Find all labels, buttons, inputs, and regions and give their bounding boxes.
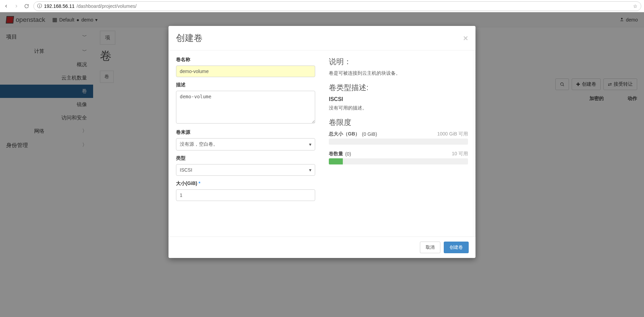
close-icon[interactable]: × [463, 33, 468, 43]
url-path: /dashboard/project/volumes/ [77, 3, 137, 9]
address-bar[interactable]: ⓘ 192.168.56.11/dashboard/project/volume… [33, 1, 641, 11]
type-desc-text: 没有可用的描述。 [329, 105, 468, 111]
quota-count-available: 10 可用 [452, 151, 468, 157]
quota-count-label: 卷数量 [329, 151, 343, 157]
required-asterisk: * [199, 181, 200, 186]
help-text: 卷是可被连接到云主机的块设备。 [329, 70, 468, 76]
quota-size-row: 总大小（GB） (0 GiB) 1000 GiB 可用 [329, 131, 468, 137]
url-host: 192.168.56.11 [44, 3, 75, 9]
bookmark-star-icon[interactable]: ☆ [633, 3, 638, 9]
source-select[interactable]: 没有源，空白卷。 ▾ [176, 138, 315, 150]
select-value: ISCSI [180, 167, 192, 173]
label-volume-name: 卷名称 [176, 57, 315, 63]
modal-footer: 取消 创建卷 [169, 236, 475, 258]
quota-size-used: (0 GiB) [362, 131, 377, 137]
volume-name-input[interactable] [176, 66, 315, 77]
select-value: 没有源，空白卷。 [180, 141, 218, 147]
limits-title: 卷限度 [329, 117, 468, 128]
quota-size-label: 总大小（GB） [329, 131, 360, 137]
label-type: 类型 [176, 155, 315, 161]
modal-title: 创建卷 [176, 32, 203, 44]
label-text: 大小(GiB) [176, 181, 197, 186]
browser-toolbar: ⓘ 192.168.56.11/dashboard/project/volume… [0, 0, 644, 12]
modal-header: 创建卷 × [169, 26, 475, 51]
quota-size-progress [329, 139, 468, 145]
label-source: 卷来源 [176, 129, 315, 135]
scrollbar[interactable] [472, 51, 475, 236]
caret-down-icon: ▾ [309, 167, 311, 173]
help-title: 说明： [329, 57, 468, 67]
modal-body: 卷名称 描述 demo-volume 卷来源 没有源，空白卷。 ▾ 类型 ISC… [169, 51, 475, 236]
description-textarea[interactable]: demo-volume [176, 91, 315, 124]
reload-button[interactable] [23, 3, 30, 10]
progress-fill [329, 158, 343, 164]
type-desc-name: ISCSI [329, 96, 468, 102]
submit-button[interactable]: 创建卷 [444, 242, 469, 253]
forward-button[interactable] [13, 3, 20, 10]
back-button[interactable] [3, 3, 10, 10]
label-size: 大小(GiB) * [176, 181, 315, 187]
size-input[interactable] [176, 189, 315, 201]
quota-count-progress [329, 158, 468, 164]
quota-count-used: (0) [345, 151, 351, 157]
create-volume-modal: 创建卷 × 卷名称 描述 demo-volume 卷来源 没有源，空白卷。 ▾ … [169, 26, 475, 258]
quota-count-row: 卷数量 (0) 10 可用 [329, 151, 468, 157]
cancel-button[interactable]: 取消 [420, 242, 440, 253]
label-description: 描述 [176, 82, 315, 88]
info-icon: ⓘ [37, 3, 42, 9]
type-select[interactable]: ISCSI ▾ [176, 164, 315, 176]
caret-down-icon: ▾ [309, 142, 311, 147]
type-desc-title: 卷类型描述: [329, 83, 468, 93]
quota-size-available: 1000 GiB 可用 [437, 131, 468, 137]
